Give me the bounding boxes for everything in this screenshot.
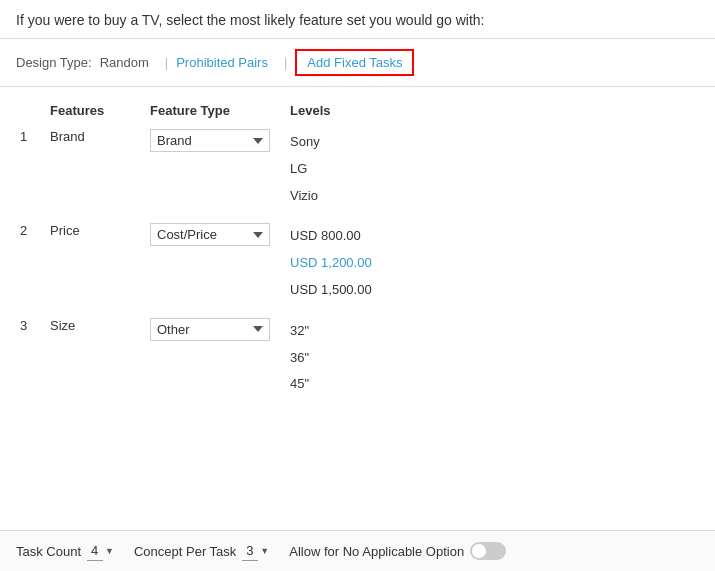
table-header-row: Features Feature Type Levels [16,95,699,126]
page-container: If you were to buy a TV, select the most… [0,0,715,571]
col-header-features: Features [46,95,146,126]
levels-cell-3: 32"36"45" [286,315,699,401]
levels-cell-1: SonyLGVizio [286,126,699,212]
design-type-bar: Design Type: Random | Prohibited Pairs |… [0,39,715,87]
no-applicable-control: Allow for No Applicable Option [289,542,506,560]
concept-per-task-select[interactable]: 3 4 5 [242,541,258,561]
feature-name-3: Size [46,315,146,401]
table-row: 3SizeBrandCost/PriceOther32"36"45" [16,315,699,401]
concept-per-task-select-wrapper: 3 4 5 [242,541,269,561]
main-content: Features Feature Type Levels 1BrandBrand… [0,87,715,530]
task-count-select-wrapper: 4 5 6 [87,541,114,561]
feature-type-select-3[interactable]: BrandCost/PriceOther [150,318,270,341]
separator-2: | [284,55,287,70]
task-count-select[interactable]: 4 5 6 [87,541,103,561]
col-header-feature-type: Feature Type [146,95,286,126]
level-item: LG [290,156,695,183]
level-item: 45" [290,371,695,398]
question-bar: If you were to buy a TV, select the most… [0,0,715,39]
feature-type-cell-3: BrandCost/PriceOther [146,315,286,401]
level-item[interactable]: USD 1,200.00 [290,250,695,277]
feature-type-cell-1: BrandCost/PriceOther [146,126,286,212]
feature-row-spacer [16,307,699,315]
bottom-bar: Task Count 4 5 6 Concept Per Task 3 4 5 … [0,530,715,571]
col-header-levels: Levels [286,95,699,126]
task-count-control: Task Count 4 5 6 [16,541,114,561]
separator-1: | [165,55,168,70]
feature-type-select-1[interactable]: BrandCost/PriceOther [150,129,270,152]
feature-num-3: 3 [16,315,46,401]
feature-num-1: 1 [16,126,46,212]
level-item: 36" [290,345,695,372]
level-item: Sony [290,129,695,156]
add-fixed-tasks-button[interactable]: Add Fixed Tasks [295,49,414,76]
question-text: If you were to buy a TV, select the most… [16,12,484,28]
level-item: USD 1,500.00 [290,277,695,304]
no-applicable-label: Allow for No Applicable Option [289,544,464,559]
col-header-num [16,95,46,126]
feature-name-2: Price [46,220,146,306]
no-applicable-toggle[interactable] [470,542,506,560]
levels-cell-2: USD 800.00USD 1,200.00USD 1,500.00 [286,220,699,306]
features-table: Features Feature Type Levels 1BrandBrand… [16,95,699,401]
concept-per-task-label: Concept Per Task [134,544,236,559]
prohibited-pairs-link[interactable]: Prohibited Pairs [176,55,268,70]
level-item: Vizio [290,183,695,210]
feature-type-cell-2: BrandCost/PriceOther [146,220,286,306]
level-item: 32" [290,318,695,345]
task-count-label: Task Count [16,544,81,559]
feature-row-spacer [16,212,699,220]
table-row: 2PriceBrandCost/PriceOtherUSD 800.00USD … [16,220,699,306]
table-row: 1BrandBrandCost/PriceOtherSonyLGVizio [16,126,699,212]
design-type-label: Design Type: [16,55,92,70]
feature-type-select-2[interactable]: BrandCost/PriceOther [150,223,270,246]
level-item: USD 800.00 [290,223,695,250]
feature-name-1: Brand [46,126,146,212]
concept-per-task-control: Concept Per Task 3 4 5 [134,541,269,561]
feature-num-2: 2 [16,220,46,306]
design-type-random: Random [100,55,149,70]
